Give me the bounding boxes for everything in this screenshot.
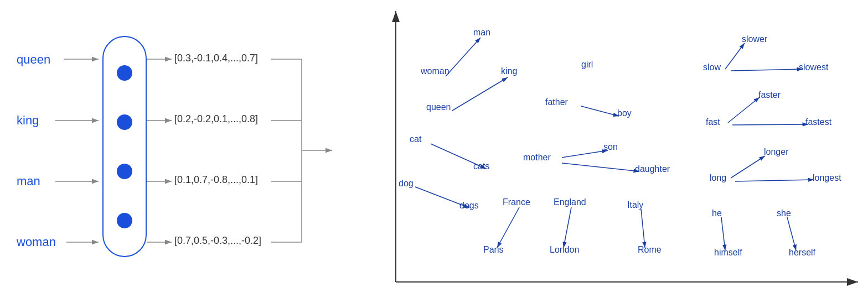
node-himself: himself [714, 248, 742, 258]
svg-line-37 [787, 217, 796, 250]
node-Paris: Paris [483, 245, 503, 255]
node-France: France [503, 197, 530, 207]
word-queen: queen [17, 53, 50, 67]
node-Italy: Italy [627, 200, 643, 210]
node-fast: fast [706, 117, 720, 127]
node-dog: dog [399, 179, 414, 189]
node-king: king [501, 66, 517, 76]
dot-man [117, 164, 132, 179]
vector-queen: [0.3,-0.1,0.4,...,0.7] [174, 53, 258, 64]
dot-queen [117, 65, 132, 81]
node-son: son [603, 142, 618, 152]
svg-line-21 [452, 77, 508, 111]
right-section: man woman king girl queen father boy cat… [365, 0, 868, 298]
left-arrows-svg [0, 0, 376, 298]
node-cats: cats [473, 161, 489, 171]
vector-king: [0.2,-0.2,0.1,...,0.8] [174, 113, 258, 125]
node-he: he [712, 208, 722, 218]
node-longer: longer [764, 147, 788, 157]
svg-line-30 [725, 43, 745, 69]
svg-line-28 [564, 207, 571, 248]
embedding-box [102, 36, 147, 257]
node-girl: girl [581, 60, 593, 70]
svg-line-33 [732, 124, 808, 125]
node-boy: boy [617, 108, 632, 118]
node-mother: mother [523, 153, 551, 163]
node-slowest: slowest [799, 62, 828, 72]
word-king: king [17, 113, 39, 128]
node-cat: cat [410, 134, 421, 144]
node-queen: queen [426, 102, 451, 112]
node-woman: woman [421, 66, 450, 76]
node-faster: faster [758, 90, 781, 100]
vector-woman: [0.7,0.5,-0.3,...,-0.2] [174, 235, 261, 247]
node-man: man [473, 28, 490, 38]
svg-line-36 [721, 217, 725, 250]
svg-line-31 [731, 69, 803, 71]
node-she: she [777, 208, 791, 218]
node-longest: longest [813, 173, 841, 183]
svg-line-24 [581, 106, 619, 116]
node-slow: slow [703, 62, 721, 72]
left-section: queen king man woman [0, 0, 376, 298]
svg-line-25 [562, 150, 608, 158]
svg-line-26 [562, 163, 639, 171]
svg-line-32 [728, 97, 760, 123]
node-London: London [550, 245, 579, 255]
svg-line-29 [641, 209, 645, 248]
dot-king [117, 114, 132, 130]
svg-line-27 [497, 207, 519, 248]
node-long: long [710, 173, 726, 183]
node-herself: herself [789, 248, 815, 258]
svg-line-20 [446, 38, 480, 76]
svg-line-35 [735, 180, 814, 181]
node-dogs: dogs [459, 201, 479, 211]
node-father: father [545, 97, 568, 107]
node-fastest: fastest [805, 117, 831, 127]
node-Rome: Rome [638, 245, 662, 255]
node-daughter: daughter [635, 164, 670, 174]
dot-woman [117, 213, 132, 228]
vector-man: [0.1,0.7,-0.8,...,0.1] [174, 174, 258, 186]
svg-line-34 [731, 156, 765, 178]
word-woman: woman [17, 235, 56, 249]
node-England: England [554, 197, 586, 207]
node-slower: slower [742, 34, 767, 44]
word-man: man [17, 174, 40, 189]
